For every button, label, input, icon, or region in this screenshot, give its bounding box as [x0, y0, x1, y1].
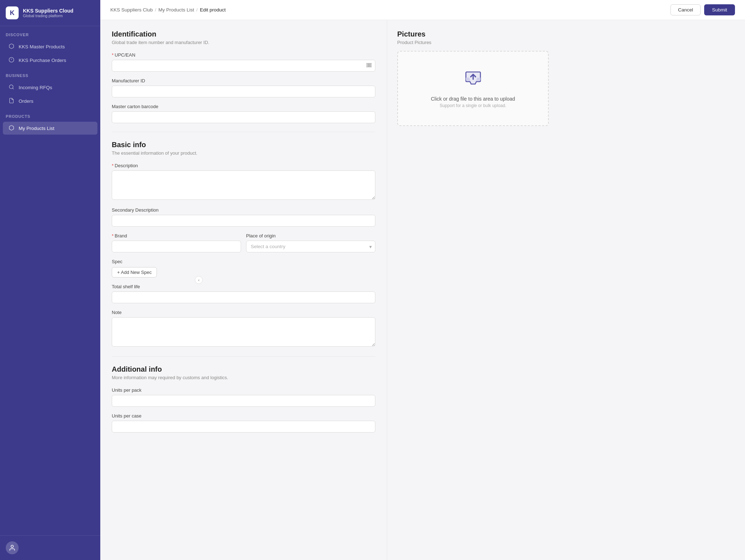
breadcrumb-current: Edit product: [200, 7, 226, 13]
discover-section-label: DISCOVER: [0, 26, 100, 40]
sidebar-item-my-products[interactable]: My Products List: [3, 122, 97, 135]
shelf-life-input[interactable]: [112, 291, 375, 303]
basic-info-title: Basic info: [112, 141, 375, 149]
brand-required-star: *: [112, 233, 114, 238]
upc-required-star: *: [112, 52, 114, 58]
app-logo-text: KKS Suppliers Cloud Global trading platf…: [23, 8, 73, 18]
sidebar-rfqs-label: Incoming RFQs: [19, 85, 52, 90]
breadcrumb-sep-1: /: [155, 7, 157, 13]
manufacturer-label: Manufacturer ID: [112, 78, 375, 83]
note-field-group: Note: [112, 310, 375, 348]
sidebar-purchase-orders-label: KKS Purchase Orders: [19, 58, 66, 63]
description-textarea[interactable]: [112, 170, 375, 200]
svg-line-4: [13, 88, 14, 89]
breadcrumb: KKS Suppliers Club / My Products List / …: [110, 7, 226, 13]
svg-rect-8: [369, 63, 370, 67]
svg-rect-10: [371, 63, 371, 67]
sidebar-item-purchase-orders[interactable]: KKS Purchase Orders: [3, 54, 97, 67]
brand-input[interactable]: [112, 241, 241, 252]
add-spec-button[interactable]: + Add New Spec: [112, 267, 157, 277]
orders-icon: [9, 98, 15, 104]
header-actions: Cancel Submit: [670, 4, 735, 15]
identification-title: Identification: [112, 30, 375, 38]
brand-label: * Brand: [112, 233, 241, 238]
sidebar: K KKS Suppliers Cloud Global trading pla…: [0, 0, 100, 560]
sidebar-item-master-products[interactable]: KKS Master Products: [3, 40, 97, 53]
barcode-field-group: Master carton barcode: [112, 104, 375, 123]
desc-required-star: *: [112, 163, 114, 168]
my-products-icon: [9, 125, 15, 131]
brand-origin-row: * Brand Place of origin Select a country: [112, 233, 375, 259]
svg-rect-7: [368, 63, 368, 67]
shelf-life-label: Total shelf life: [112, 284, 375, 289]
sidebar-item-orders[interactable]: Orders: [3, 95, 97, 107]
svg-rect-9: [370, 63, 370, 67]
origin-select-wrap: Select a country: [246, 241, 375, 252]
note-textarea[interactable]: [112, 317, 375, 347]
sidebar-orders-label: Orders: [19, 98, 33, 104]
page-header: KKS Suppliers Club / My Products List / …: [100, 0, 745, 20]
sidebar-bottom: [0, 535, 100, 560]
secondary-desc-input[interactable]: [112, 215, 375, 227]
app-subtitle: Global trading platform: [23, 14, 73, 18]
origin-field-group: Place of origin Select a country: [246, 233, 375, 252]
basic-info-section: Basic info The essential information of …: [112, 141, 375, 348]
collapse-sidebar-button[interactable]: ‹: [195, 276, 203, 284]
units-per-case-input[interactable]: [112, 421, 375, 433]
units-per-case-label: Units per case: [112, 413, 375, 419]
page-content: Identification Global trade item number …: [100, 20, 745, 560]
cancel-button[interactable]: Cancel: [670, 4, 701, 15]
user-avatar[interactable]: [6, 541, 19, 554]
svg-rect-6: [367, 63, 367, 67]
circle-icon: [9, 57, 15, 63]
sidebar-my-products-label: My Products List: [19, 126, 54, 131]
upc-field-group: * UPC/EAN: [112, 52, 375, 72]
business-section-label: BUSINESS: [0, 67, 100, 81]
cube-icon: [9, 43, 15, 50]
shelf-life-field-group: Total shelf life: [112, 284, 375, 303]
barcode-scan-button[interactable]: [366, 62, 372, 70]
rfq-icon: [9, 84, 15, 91]
barcode-input[interactable]: [112, 111, 375, 123]
manufacturer-field-group: Manufacturer ID: [112, 78, 375, 97]
units-per-pack-label: Units per pack: [112, 387, 375, 393]
upc-input[interactable]: [112, 60, 375, 72]
products-section-label: PRODUCTS: [0, 108, 100, 121]
upload-area[interactable]: Click or drag file to this area to uploa…: [397, 51, 549, 126]
upload-icon: [407, 69, 539, 92]
spec-section: Spec + Add New Spec: [112, 259, 375, 277]
upload-hint: Support for a single or bulk upload.: [407, 103, 539, 108]
origin-select[interactable]: Select a country: [246, 241, 375, 252]
upload-text: Click or drag file to this area to uploa…: [407, 96, 539, 102]
divider-2: [112, 356, 375, 357]
sidebar-item-incoming-rfqs[interactable]: Incoming RFQs: [3, 81, 97, 94]
identification-section: Identification Global trade item number …: [112, 30, 375, 123]
secondary-desc-field-group: Secondary Description: [112, 207, 375, 227]
pictures-column: Pictures Product Pictures Click or drag …: [387, 20, 559, 560]
pictures-title: Pictures: [397, 30, 549, 38]
upc-label: * UPC/EAN: [112, 52, 375, 58]
secondary-desc-label: Secondary Description: [112, 207, 375, 213]
additional-info-title: Additional info: [112, 365, 375, 373]
basic-info-desc: The essential information of your produc…: [112, 150, 375, 156]
note-label: Note: [112, 310, 375, 315]
units-per-pack-field-group: Units per pack: [112, 387, 375, 407]
app-logo-icon: K: [6, 6, 19, 19]
breadcrumb-club[interactable]: KKS Suppliers Club: [110, 7, 153, 13]
svg-point-3: [9, 85, 13, 89]
units-per-case-field-group: Units per case: [112, 413, 375, 433]
barcode-label: Master carton barcode: [112, 104, 375, 109]
additional-info-section: Additional info More information may req…: [112, 365, 375, 433]
origin-label: Place of origin: [246, 233, 375, 238]
sidebar-logo: K KKS Suppliers Cloud Global trading pla…: [0, 0, 100, 26]
divider-1: [112, 132, 375, 132]
pictures-subtitle: Product Pictures: [397, 40, 549, 45]
brand-field-group: * Brand: [112, 233, 241, 252]
breadcrumb-list[interactable]: My Products List: [158, 7, 194, 13]
submit-button[interactable]: Submit: [704, 4, 735, 15]
identification-desc: Global trade item number and manufacture…: [112, 40, 375, 45]
spec-label: Spec: [112, 259, 375, 264]
description-field-group: * Description: [112, 163, 375, 201]
manufacturer-input[interactable]: [112, 86, 375, 97]
units-per-pack-input[interactable]: [112, 395, 375, 407]
